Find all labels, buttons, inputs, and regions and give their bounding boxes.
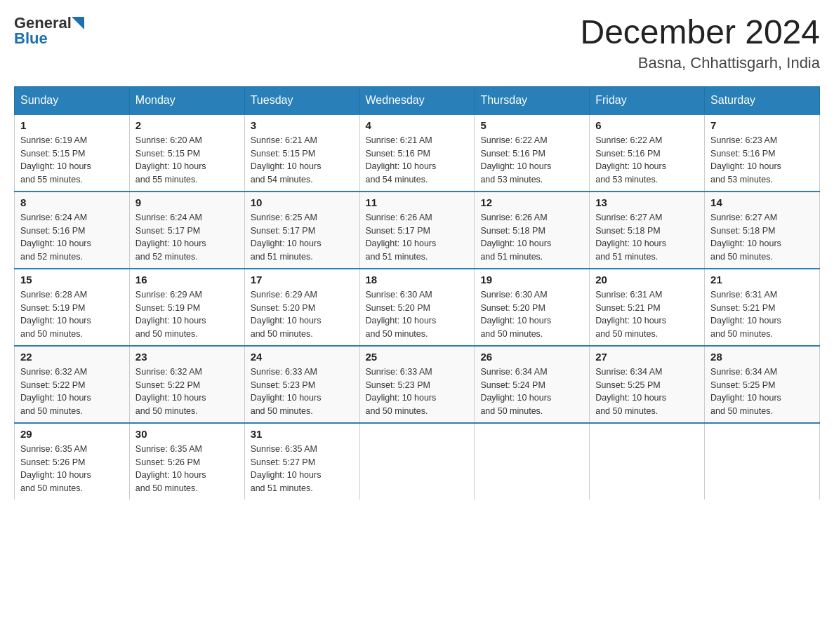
header-sunday: Sunday bbox=[15, 86, 130, 114]
day-number: 12 bbox=[480, 196, 583, 208]
day-info: Sunrise: 6:26 AM Sunset: 5:18 PM Dayligh… bbox=[480, 211, 583, 264]
day-info: Sunrise: 6:29 AM Sunset: 5:19 PM Dayligh… bbox=[135, 288, 239, 341]
day-info: Sunrise: 6:34 AM Sunset: 5:25 PM Dayligh… bbox=[710, 365, 814, 418]
day-number: 2 bbox=[135, 119, 239, 131]
header-friday: Friday bbox=[590, 86, 705, 114]
day-number: 9 bbox=[135, 196, 239, 208]
day-number: 8 bbox=[20, 196, 124, 208]
calendar-cell: 17 Sunrise: 6:29 AM Sunset: 5:20 PM Dayl… bbox=[244, 269, 359, 346]
day-number: 19 bbox=[480, 274, 583, 286]
calendar-cell: 19 Sunrise: 6:30 AM Sunset: 5:20 PM Dayl… bbox=[475, 269, 590, 346]
calendar-cell: 2 Sunrise: 6:20 AM Sunset: 5:15 PM Dayli… bbox=[129, 114, 244, 192]
calendar-cell: 28 Sunrise: 6:34 AM Sunset: 5:25 PM Dayl… bbox=[705, 346, 820, 423]
header-thursday: Thursday bbox=[475, 86, 590, 114]
calendar-cell bbox=[475, 423, 590, 499]
calendar-week-4: 22 Sunrise: 6:32 AM Sunset: 5:22 PM Dayl… bbox=[15, 346, 820, 423]
day-number: 26 bbox=[480, 351, 583, 363]
day-number: 22 bbox=[20, 351, 124, 363]
calendar-week-1: 1 Sunrise: 6:19 AM Sunset: 5:15 PM Dayli… bbox=[15, 114, 820, 192]
day-info: Sunrise: 6:24 AM Sunset: 5:17 PM Dayligh… bbox=[135, 211, 239, 264]
header-saturday: Saturday bbox=[705, 86, 820, 114]
calendar-cell: 10 Sunrise: 6:25 AM Sunset: 5:17 PM Dayl… bbox=[244, 192, 359, 269]
calendar-cell: 15 Sunrise: 6:28 AM Sunset: 5:19 PM Dayl… bbox=[15, 269, 130, 346]
calendar-header-row: Sunday Monday Tuesday Wednesday Thursday… bbox=[15, 86, 820, 114]
day-info: Sunrise: 6:26 AM Sunset: 5:17 PM Dayligh… bbox=[366, 211, 469, 264]
calendar-cell: 16 Sunrise: 6:29 AM Sunset: 5:19 PM Dayl… bbox=[129, 269, 244, 346]
day-number: 24 bbox=[251, 351, 354, 363]
calendar-cell: 7 Sunrise: 6:23 AM Sunset: 5:16 PM Dayli… bbox=[705, 114, 820, 192]
day-info: Sunrise: 6:34 AM Sunset: 5:25 PM Dayligh… bbox=[595, 365, 699, 418]
header-tuesday: Tuesday bbox=[244, 86, 359, 114]
day-info: Sunrise: 6:31 AM Sunset: 5:21 PM Dayligh… bbox=[710, 288, 814, 341]
day-number: 17 bbox=[251, 274, 354, 286]
calendar-cell: 30 Sunrise: 6:35 AM Sunset: 5:26 PM Dayl… bbox=[129, 423, 244, 499]
calendar-cell: 5 Sunrise: 6:22 AM Sunset: 5:16 PM Dayli… bbox=[475, 114, 590, 192]
day-number: 6 bbox=[595, 119, 699, 131]
header-monday: Monday bbox=[129, 86, 244, 114]
location-title: Basna, Chhattisgarh, India bbox=[580, 54, 820, 72]
day-number: 3 bbox=[251, 119, 354, 131]
calendar-cell: 31 Sunrise: 6:35 AM Sunset: 5:27 PM Dayl… bbox=[244, 423, 359, 499]
logo: General Blue bbox=[14, 14, 84, 48]
day-number: 30 bbox=[135, 428, 239, 440]
day-info: Sunrise: 6:35 AM Sunset: 5:27 PM Dayligh… bbox=[251, 443, 354, 495]
day-info: Sunrise: 6:32 AM Sunset: 5:22 PM Dayligh… bbox=[135, 365, 239, 418]
svg-marker-0 bbox=[72, 17, 84, 29]
calendar-cell: 21 Sunrise: 6:31 AM Sunset: 5:21 PM Dayl… bbox=[705, 269, 820, 346]
day-number: 16 bbox=[135, 274, 239, 286]
day-number: 15 bbox=[20, 274, 124, 286]
day-info: Sunrise: 6:21 AM Sunset: 5:16 PM Dayligh… bbox=[366, 134, 469, 187]
calendar-cell: 4 Sunrise: 6:21 AM Sunset: 5:16 PM Dayli… bbox=[359, 114, 475, 192]
day-info: Sunrise: 6:28 AM Sunset: 5:19 PM Dayligh… bbox=[20, 288, 124, 341]
calendar-cell: 3 Sunrise: 6:21 AM Sunset: 5:15 PM Dayli… bbox=[244, 114, 359, 192]
day-number: 29 bbox=[20, 428, 124, 440]
calendar-cell: 8 Sunrise: 6:24 AM Sunset: 5:16 PM Dayli… bbox=[15, 192, 130, 269]
calendar-week-3: 15 Sunrise: 6:28 AM Sunset: 5:19 PM Dayl… bbox=[15, 269, 820, 346]
calendar-week-5: 29 Sunrise: 6:35 AM Sunset: 5:26 PM Dayl… bbox=[15, 423, 820, 499]
day-number: 1 bbox=[20, 119, 124, 131]
day-number: 11 bbox=[366, 196, 469, 208]
page-header: General Blue December 2024 Basna, Chhatt… bbox=[14, 14, 820, 72]
calendar-cell bbox=[359, 423, 475, 499]
calendar-cell: 24 Sunrise: 6:33 AM Sunset: 5:23 PM Dayl… bbox=[244, 346, 359, 423]
calendar-cell: 25 Sunrise: 6:33 AM Sunset: 5:23 PM Dayl… bbox=[359, 346, 475, 423]
calendar-cell: 22 Sunrise: 6:32 AM Sunset: 5:22 PM Dayl… bbox=[15, 346, 130, 423]
day-number: 10 bbox=[251, 196, 354, 208]
title-block: December 2024 Basna, Chhattisgarh, India bbox=[580, 14, 820, 72]
day-info: Sunrise: 6:21 AM Sunset: 5:15 PM Dayligh… bbox=[251, 134, 354, 187]
day-number: 20 bbox=[595, 274, 699, 286]
logo-triangle-icon bbox=[72, 17, 84, 29]
calendar-week-2: 8 Sunrise: 6:24 AM Sunset: 5:16 PM Dayli… bbox=[15, 192, 820, 269]
logo-blue-text: Blue bbox=[14, 29, 48, 48]
day-number: 7 bbox=[710, 119, 814, 131]
day-info: Sunrise: 6:33 AM Sunset: 5:23 PM Dayligh… bbox=[251, 365, 354, 418]
day-info: Sunrise: 6:27 AM Sunset: 5:18 PM Dayligh… bbox=[595, 211, 699, 264]
day-number: 28 bbox=[710, 351, 814, 363]
day-info: Sunrise: 6:22 AM Sunset: 5:16 PM Dayligh… bbox=[480, 134, 583, 187]
day-number: 13 bbox=[595, 196, 699, 208]
calendar-cell: 18 Sunrise: 6:30 AM Sunset: 5:20 PM Dayl… bbox=[359, 269, 475, 346]
day-number: 31 bbox=[251, 428, 354, 440]
day-number: 21 bbox=[710, 274, 814, 286]
day-info: Sunrise: 6:24 AM Sunset: 5:16 PM Dayligh… bbox=[20, 211, 124, 264]
day-info: Sunrise: 6:27 AM Sunset: 5:18 PM Dayligh… bbox=[710, 211, 814, 264]
calendar-cell: 6 Sunrise: 6:22 AM Sunset: 5:16 PM Dayli… bbox=[590, 114, 705, 192]
day-number: 23 bbox=[135, 351, 239, 363]
day-info: Sunrise: 6:33 AM Sunset: 5:23 PM Dayligh… bbox=[366, 365, 469, 418]
header-wednesday: Wednesday bbox=[359, 86, 475, 114]
calendar-table: Sunday Monday Tuesday Wednesday Thursday… bbox=[14, 86, 820, 499]
day-info: Sunrise: 6:23 AM Sunset: 5:16 PM Dayligh… bbox=[710, 134, 814, 187]
day-number: 18 bbox=[366, 274, 469, 286]
calendar-cell bbox=[590, 423, 705, 499]
calendar-cell: 20 Sunrise: 6:31 AM Sunset: 5:21 PM Dayl… bbox=[590, 269, 705, 346]
calendar-cell bbox=[705, 423, 820, 499]
day-info: Sunrise: 6:32 AM Sunset: 5:22 PM Dayligh… bbox=[20, 365, 124, 418]
day-info: Sunrise: 6:19 AM Sunset: 5:15 PM Dayligh… bbox=[20, 134, 124, 187]
day-number: 27 bbox=[595, 351, 699, 363]
calendar-cell: 26 Sunrise: 6:34 AM Sunset: 5:24 PM Dayl… bbox=[475, 346, 590, 423]
calendar-cell: 13 Sunrise: 6:27 AM Sunset: 5:18 PM Dayl… bbox=[590, 192, 705, 269]
day-info: Sunrise: 6:29 AM Sunset: 5:20 PM Dayligh… bbox=[251, 288, 354, 341]
day-info: Sunrise: 6:25 AM Sunset: 5:17 PM Dayligh… bbox=[251, 211, 354, 264]
day-info: Sunrise: 6:35 AM Sunset: 5:26 PM Dayligh… bbox=[135, 443, 239, 495]
day-number: 4 bbox=[366, 119, 469, 131]
